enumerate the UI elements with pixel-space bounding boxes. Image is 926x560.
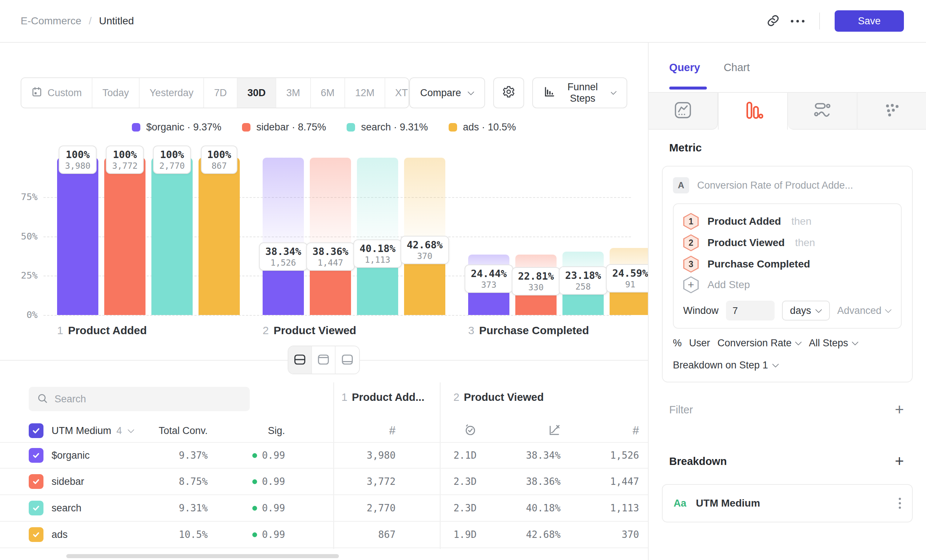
bar-conversion-pct: 38.34% [265,246,301,257]
range-3m[interactable]: 3M [276,78,311,107]
bar-conversion-pct: 100% [65,149,90,160]
step-number: 3 [468,324,474,337]
funnel-ghost-bar [310,158,351,254]
layout-toggle-split-view[interactable] [288,346,312,374]
add-step-button[interactable]: + Add Step [683,275,891,295]
step-number: 1 [57,324,64,337]
save-button[interactable]: Save [835,10,904,32]
step2-avgtime-cell: 2.3D [407,495,477,521]
row-select[interactable]: sidebar [29,469,84,495]
chart-type-flow-tab[interactable] [788,93,857,130]
legend-item-ads[interactable]: ads · 10.5% [449,121,516,133]
tab-query[interactable]: Query [669,62,700,74]
chart-type-dropdown[interactable]: Funnel Steps [532,77,627,108]
calendar-icon [31,86,42,100]
step2-conversion-header[interactable] [487,419,561,442]
ellipsis-icon [791,20,793,23]
significance-dot [252,506,257,511]
range-xtd[interactable]: XTD [385,78,409,107]
legend-item-organic[interactable]: $organic · 9.37% [132,121,221,133]
more-menu-button[interactable] [791,20,805,23]
group-by-header[interactable]: UTM Medium 4 [51,419,134,442]
breakdown-item[interactable]: Aa UTM Medium [662,484,913,522]
window-value-input[interactable] [726,301,775,321]
funnel-steps-icon [543,86,555,100]
funnel-bar-search-step1[interactable] [151,158,193,315]
row-select[interactable]: ads [29,522,68,548]
row-select[interactable]: $organic [29,443,90,468]
chart-type-funnel-tab[interactable] [718,93,788,130]
compare-button[interactable]: Compare [409,77,485,108]
kebab-menu-icon[interactable] [899,498,901,509]
range-7d[interactable]: 7D [204,78,238,107]
bar-value-label: 42.68%370 [400,236,449,264]
range-30d[interactable]: 30D [238,78,277,107]
add-step-hexagon-icon: + [683,276,699,293]
chart-pane: CustomTodayYesterday7D30D3M6M12MXTD Comp… [0,43,649,560]
significance-cell: 0.99 [212,522,285,548]
chart-percent-icon [548,424,561,438]
layout-toggle-bottom-panel-view[interactable] [336,346,359,374]
add-filter-button[interactable]: + [895,404,904,416]
window-unit-select[interactable]: days [782,301,830,321]
range-12m[interactable]: 12M [345,78,385,107]
bar-count: 370 [407,251,443,261]
step1-count-header[interactable]: # [285,419,396,442]
sig-header[interactable]: Sig. [212,419,285,442]
total-conv-header[interactable]: Total Conv. [127,419,208,442]
legend-item-search[interactable]: search · 9.31% [346,121,428,133]
breadcrumb-current[interactable]: Untitled [99,15,134,27]
step-name: Product Added [68,324,147,337]
metric-step-2[interactable]: 2Product Viewedthen [683,232,891,253]
advanced-toggle[interactable]: Advanced [837,305,891,316]
range-today[interactable]: Today [92,78,139,107]
chart-type-line-tab[interactable] [649,93,718,130]
breakdown-on-step-dropdown[interactable]: Breakdown on Step 1 [673,359,902,371]
top-header: E-Commerce / Untitled Save [0,0,926,43]
aa-property-icon: Aa [674,498,687,509]
layout-toggle-top-panel-view[interactable] [312,346,336,374]
funnel-bar-sidebar-step1[interactable] [104,158,145,315]
step-event-name: Product Viewed [708,237,785,249]
measure-entity[interactable]: User [689,338,710,349]
metric-step-3[interactable]: 3Purchase Completed [683,253,891,275]
tab-chart[interactable]: Chart [724,62,750,74]
date-range-control: CustomTodayYesterday7D30D3M6M12MXTD [21,77,409,108]
metric-step-1[interactable]: 1Product Addedthen [683,211,891,232]
layout-toggle [287,345,360,374]
percent-icon: % [673,338,682,349]
bar-value-label: 38.34%1,526 [259,242,307,271]
measure-metric-dropdown[interactable]: Conversion Rate [717,338,802,349]
chevron-down-icon [885,306,891,313]
step2-avgtime-header[interactable] [407,419,477,442]
range-6m[interactable]: 6M [311,78,345,107]
metric-title-row[interactable]: A Conversion Rate of Product Adde... [673,177,902,194]
chart-settings-button[interactable] [493,77,524,108]
measure-scope-dropdown[interactable]: All Steps [809,338,858,349]
line-chart-icon [673,101,693,121]
search-input[interactable] [54,394,232,405]
funnel-bar-ads-step1[interactable] [198,158,240,315]
chevron-down-icon [611,89,617,95]
range-yesterday[interactable]: Yesterday [139,78,204,107]
breakdown-section: Breakdown + [669,455,904,468]
legend-item-sidebar[interactable]: sidebar · 8.75% [242,121,326,133]
range-custom[interactable]: Custom [21,78,92,107]
table-row-ads: ads10.5%0.998671.9D42.68%370 [0,522,648,548]
share-link-button[interactable] [767,14,780,28]
significance-dot [252,453,257,458]
breadcrumb-root[interactable]: E-Commerce [21,15,82,27]
clock-check-icon [464,424,477,438]
select-all-checkbox[interactable] [29,419,44,442]
horizontal-scrollbar[interactable] [66,554,339,558]
chart-type-scatter-tab[interactable] [858,93,926,130]
funnel-ghost-bar [404,158,445,248]
metric-card: A Conversion Rate of Product Adde... 1Pr… [662,166,913,383]
step2-count-header[interactable]: # [569,419,639,442]
range-label: 12M [355,87,375,99]
search-icon [37,393,48,405]
bar-count: 2,770 [159,161,185,171]
funnel-bar-organic-step1[interactable] [57,158,98,315]
add-breakdown-button[interactable]: + [895,456,904,467]
row-select[interactable]: search [29,495,82,521]
